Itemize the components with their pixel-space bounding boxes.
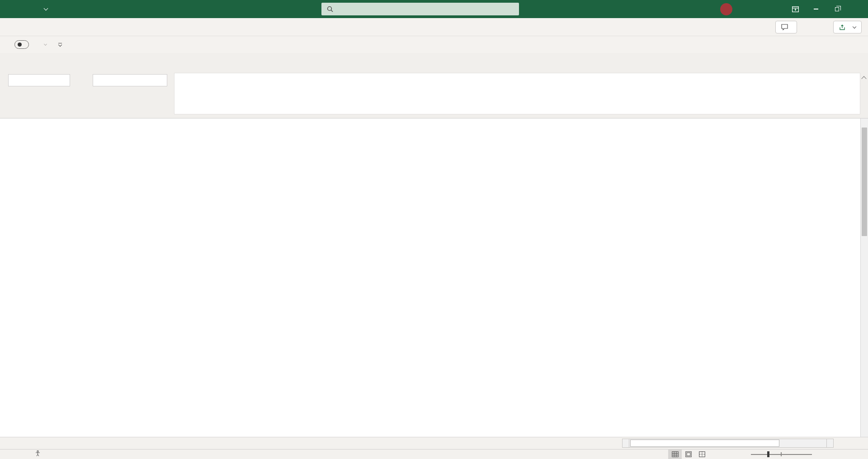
status-bar <box>0 449 868 459</box>
minimize-button[interactable] <box>806 0 826 18</box>
zoom-control <box>747 450 816 459</box>
accessibility-status[interactable] <box>35 450 43 456</box>
page-layout-view-icon[interactable] <box>682 450 695 459</box>
customize-toolbar-icon[interactable] <box>58 43 62 46</box>
normal-view-icon[interactable] <box>668 450 682 459</box>
title-bar <box>0 0 868 18</box>
close-button[interactable] <box>847 0 868 18</box>
spreadsheet-grid <box>0 118 860 437</box>
excel-window <box>0 0 868 459</box>
accessibility-icon <box>35 450 40 456</box>
avatar[interactable] <box>720 3 732 15</box>
horizontal-scroll-thumb[interactable] <box>630 440 779 447</box>
scroll-left-icon[interactable] <box>622 439 629 448</box>
horizontal-scrollbar[interactable] <box>622 439 834 448</box>
more-sheets-icon[interactable] <box>36 437 42 449</box>
new-sheet-icon[interactable] <box>25 437 36 449</box>
scroll-down-icon[interactable] <box>861 429 868 437</box>
share-icon <box>839 24 845 30</box>
workbook-title[interactable] <box>40 0 47 18</box>
restore-button[interactable] <box>826 0 847 18</box>
search-icon <box>327 6 333 12</box>
page-break-view-icon[interactable] <box>695 450 709 459</box>
chevron-down-icon <box>853 24 856 28</box>
name-box[interactable] <box>8 74 70 86</box>
quick-access-toolbar <box>0 36 868 53</box>
sheet-tab-bar <box>0 437 868 449</box>
scroll-right-icon[interactable] <box>826 439 834 448</box>
titlebar-right <box>710 0 868 18</box>
formula-buttons <box>93 74 167 86</box>
undo-dropdown-icon[interactable] <box>44 43 47 46</box>
comment-icon <box>781 24 788 30</box>
formula-input[interactable] <box>174 73 860 114</box>
ribbon-tab-bar <box>0 18 868 36</box>
view-shortcuts <box>668 450 709 459</box>
chevron-down-icon <box>44 6 48 10</box>
autosave-toggle[interactable] <box>14 40 29 49</box>
search-input[interactable] <box>321 3 519 15</box>
scroll-up-icon[interactable] <box>861 118 868 126</box>
ribbon-display-icon[interactable] <box>785 0 806 18</box>
collapse-formula-bar-icon[interactable] <box>861 76 866 81</box>
sheet-nav <box>0 437 25 449</box>
diamond-icon[interactable] <box>743 0 764 18</box>
zoom-slider-thumb[interactable] <box>767 451 769 457</box>
toggle-dot-icon <box>18 43 22 47</box>
comments-button[interactable] <box>775 21 797 33</box>
vertical-scroll-thumb[interactable] <box>862 128 867 236</box>
vertical-scrollbar[interactable] <box>860 118 868 437</box>
formula-bar-area <box>0 53 868 118</box>
zoom-slider[interactable] <box>751 450 812 459</box>
share-button[interactable] <box>833 21 862 33</box>
pen-icon[interactable] <box>764 0 785 18</box>
